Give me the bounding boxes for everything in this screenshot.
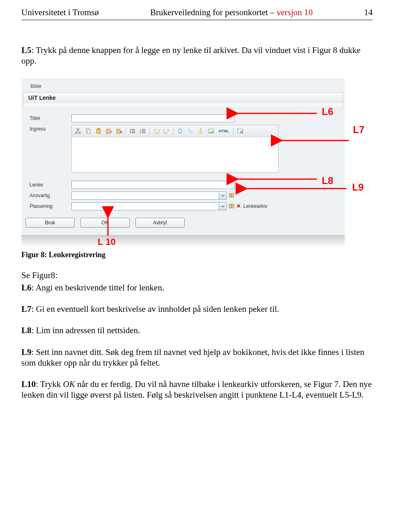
figure-8: Bilde UiT Lenke Tittel Ingress T W: [21, 79, 373, 259]
tittel-input[interactable]: [71, 114, 235, 122]
bullet-list-icon[interactable]: [128, 127, 137, 136]
html-source-icon[interactable]: HTML: [217, 127, 231, 136]
l5-label: L5: [21, 45, 32, 55]
svg-text:3: 3: [140, 131, 141, 134]
form-area: Tittel Ingress T W 123: [21, 108, 345, 215]
redo-icon[interactable]: [162, 127, 171, 136]
panel-title: UiT Lenke: [23, 92, 343, 103]
page-number: 14: [364, 7, 373, 18]
label-plassering: Plassering: [30, 202, 71, 209]
label-tittel: Tittel: [30, 114, 71, 121]
label-ingress: Ingress: [30, 125, 71, 132]
header-left: Universitetet i Tromsø: [21, 7, 99, 18]
svg-point-18: [210, 130, 211, 131]
l10-label: L10: [21, 379, 36, 389]
lenkearkiv-label: Lenkearkiv: [243, 203, 267, 209]
l10-text-a: : Trykk: [36, 379, 63, 389]
bruk-button[interactable]: Bruk: [25, 218, 75, 228]
editor-body[interactable]: [72, 137, 278, 172]
app-window: Bilde UiT Lenke Tittel Ingress T W: [21, 79, 345, 235]
svg-rect-3: [87, 130, 90, 134]
toolbar-sep: [149, 127, 150, 135]
header-center-red: versjon 10: [277, 7, 313, 17]
toolbar-sep: [173, 127, 174, 135]
unlink-icon[interactable]: [186, 127, 195, 136]
label-ansvarlig: Ansvarlig: [30, 191, 71, 198]
para-l8: L8: Lim inn adressen til nettsiden.: [21, 325, 373, 336]
row-ansvarlig: Ansvarlig: [30, 191, 341, 200]
row-lenke: Lenke: [30, 181, 341, 189]
para-sefigur: Se Figur8:: [21, 270, 373, 281]
numbered-list-icon[interactable]: 123: [138, 127, 147, 136]
plassering-combo[interactable]: [71, 202, 227, 210]
paste-icon[interactable]: [94, 127, 103, 136]
paste-text-icon[interactable]: T: [104, 127, 113, 136]
book-browse-icon[interactable]: [228, 192, 235, 199]
svg-point-11: [130, 130, 131, 131]
cut-icon[interactable]: [73, 127, 82, 136]
svg-point-0: [76, 131, 77, 133]
close-icon[interactable]: ✕: [236, 203, 241, 209]
l8-label: L8: [21, 325, 32, 335]
paste-word-icon[interactable]: W: [115, 127, 124, 136]
header-divider: [21, 20, 373, 20]
svg-text:W: W: [120, 130, 122, 134]
row-ingress: Ingress T W 123: [30, 125, 341, 173]
l6-label: L6: [21, 283, 32, 292]
ann-l9: L9: [352, 182, 364, 193]
l7-text: : Gi en eventuell kort beskrivelse av in…: [32, 304, 279, 314]
l9-label: L9: [21, 347, 32, 357]
copy-icon[interactable]: [84, 127, 93, 136]
ok-button[interactable]: OK: [80, 218, 130, 228]
image-icon[interactable]: [206, 127, 215, 136]
chevron-down-icon[interactable]: [219, 203, 226, 210]
para-l5: L5: Trykk på denne knappen for å legge e…: [21, 45, 373, 67]
svg-point-12: [130, 132, 131, 133]
richtext-editor: T W 123 HTML: [71, 125, 279, 173]
l5-text: : Trykk på denne knappen for å legge en …: [21, 45, 360, 66]
toolbar-sep: [233, 127, 234, 135]
svg-rect-5: [98, 128, 99, 129]
bilde-label: Bilde: [30, 83, 345, 89]
toolbar-sep: [126, 127, 126, 135]
preview-icon[interactable]: [236, 127, 245, 136]
row-tittel: Tittel: [30, 114, 341, 122]
l10-ok: OK: [63, 379, 75, 389]
window-shadow: [21, 235, 345, 247]
row-plassering: Plassering ✕ Lenkearkiv: [30, 202, 341, 210]
svg-point-1: [79, 131, 80, 133]
avbryt-button[interactable]: Avbryt: [135, 218, 185, 228]
ann-l7: L7: [353, 124, 364, 136]
lenke-input[interactable]: [71, 181, 235, 189]
undo-icon[interactable]: [152, 127, 161, 136]
l8-text: : Lim inn adressen til nettsiden.: [32, 325, 140, 335]
svg-rect-4: [96, 129, 101, 134]
header-center: Brukerveiledning for personkortet – vers…: [99, 7, 364, 18]
button-row: Bruk OK Avbryt: [21, 215, 345, 229]
svg-text:T: T: [110, 130, 112, 134]
ansvarlig-combo[interactable]: [71, 191, 227, 200]
doc-header: Universitetet i Tromsø Brukerveiledning …: [21, 7, 373, 19]
label-lenke: Lenke: [30, 181, 71, 188]
svg-rect-6: [106, 129, 110, 134]
l6-text: : Angi en beskrivende tittel for lenken.: [32, 283, 165, 292]
svg-point-10: [130, 129, 131, 129]
editor-toolbar: T W 123 HTML: [72, 125, 278, 137]
book-browse-icon[interactable]: [228, 203, 235, 210]
para-l9: L9: Sett inn navnet ditt. Søk deg frem t…: [21, 347, 373, 368]
para-l7: L7: Gi en eventuell kort beskrivelse av …: [21, 304, 373, 314]
header-center-black: Brukerveiledning for personkortet –: [150, 7, 277, 17]
panel-subbar: [23, 103, 343, 108]
link-icon[interactable]: [176, 127, 185, 136]
svg-point-16: [200, 128, 201, 129]
anchor-icon[interactable]: [196, 127, 205, 136]
l9-text: : Sett inn navnet ditt. Søk deg frem til…: [21, 347, 364, 368]
l7-label: L7: [21, 304, 32, 314]
chevron-down-icon[interactable]: [219, 192, 226, 199]
figure-caption: Figur 8: Lenkeregistrering: [21, 251, 373, 259]
para-l6: L6: Angi en beskrivende tittel for lenke…: [21, 282, 373, 293]
para-l10: L10: Trykk OK når du er ferdig. Du vil n…: [21, 379, 373, 401]
